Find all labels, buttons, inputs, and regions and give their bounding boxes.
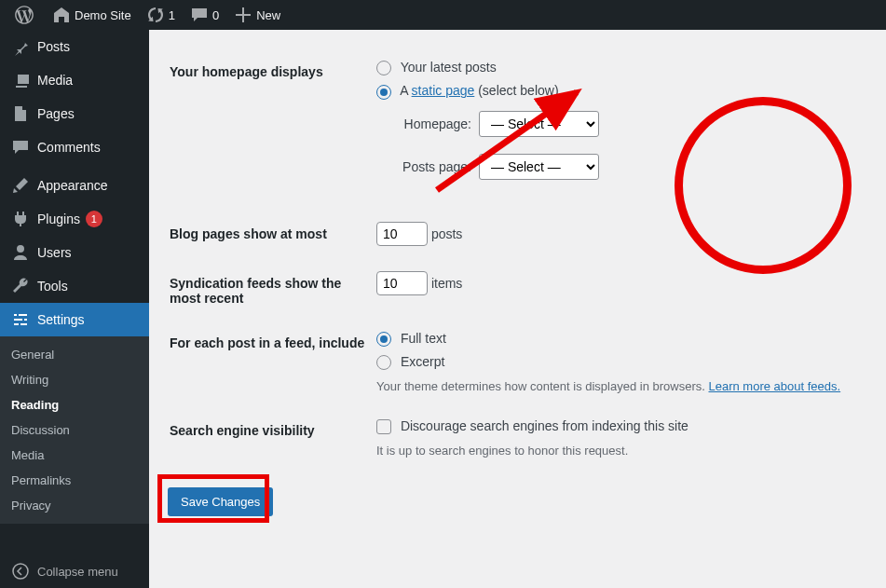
feed-full-option[interactable]: Full text — [376, 331, 866, 347]
submenu-privacy[interactable]: Privacy — [0, 493, 149, 518]
feed-excerpt-text: Excerpt — [401, 354, 444, 369]
syndication-label: Syndication feeds show the most recent — [170, 262, 375, 320]
comments-count-label: 0 — [212, 8, 219, 22]
svg-point-0 — [13, 564, 28, 579]
page-icon — [11, 104, 30, 123]
site-name-button[interactable]: Demo Site — [45, 0, 139, 30]
homepage-latest-text: Your latest posts — [401, 60, 497, 75]
feed-excerpt-radio[interactable] — [376, 355, 391, 370]
menu-label: Tools — [37, 279, 68, 294]
search-checkbox-text: Discourage search engines from indexing … — [401, 418, 688, 433]
menu-tools[interactable]: Tools — [0, 269, 149, 303]
search-discourage-option[interactable]: Discourage search engines from indexing … — [376, 418, 866, 434]
save-changes-button[interactable]: Save Changes — [168, 487, 273, 516]
new-label: New — [256, 8, 280, 22]
blog-pages-suffix: posts — [431, 226, 462, 241]
menu-settings[interactable]: Settings — [0, 303, 149, 336]
feed-full-text: Full text — [401, 331, 446, 346]
sliders-icon — [11, 310, 30, 329]
admin-bar: Demo Site 1 0 New — [0, 0, 886, 30]
submenu-reading[interactable]: Reading — [0, 392, 149, 417]
collapse-menu-button[interactable]: Collapse menu — [0, 554, 149, 588]
homepage-latest-radio[interactable] — [376, 61, 391, 75]
menu-users[interactable]: Users — [0, 236, 149, 269]
collapse-icon — [11, 562, 30, 581]
homepage-latest-option[interactable]: Your latest posts — [376, 60, 866, 75]
feed-excerpt-option[interactable]: Excerpt — [376, 354, 866, 370]
homepage-select-label: Homepage: — [397, 116, 471, 131]
plugins-update-badge: 1 — [86, 211, 102, 227]
syndication-input[interactable] — [376, 271, 428, 295]
homepage-static-radio[interactable] — [376, 85, 391, 100]
submenu-discussion[interactable]: Discussion — [0, 417, 149, 443]
plus-icon — [234, 6, 252, 24]
plugin-icon — [11, 210, 30, 228]
comment-icon — [190, 6, 209, 24]
brush-icon — [11, 176, 30, 195]
submenu-media[interactable]: Media — [0, 443, 149, 468]
homepage-static-suffix: (select below) — [474, 83, 558, 98]
menu-appearance[interactable]: Appearance — [0, 169, 149, 202]
blog-pages-input[interactable] — [376, 222, 428, 246]
wordpress-icon — [15, 6, 34, 24]
homepage-select[interactable]: — Select — — [479, 111, 599, 137]
collapse-label: Collapse menu — [37, 565, 118, 579]
site-title-label: Demo Site — [75, 8, 131, 22]
menu-label: Settings — [37, 312, 85, 327]
postspage-select[interactable]: — Select — — [479, 154, 599, 180]
menu-label: Media — [37, 73, 73, 88]
user-icon — [11, 243, 30, 262]
menu-label: Users — [37, 245, 72, 260]
menu-plugins[interactable]: Plugins 1 — [0, 202, 149, 236]
postspage-select-label: Posts page: — [397, 159, 471, 174]
menu-posts[interactable]: Posts — [0, 30, 149, 63]
search-visibility-label: Search engine visibility — [170, 409, 375, 472]
search-discourage-checkbox[interactable] — [376, 419, 391, 434]
updates-button[interactable]: 1 — [139, 0, 183, 30]
homepage-static-prefix: A — [400, 83, 411, 98]
settings-reading-content: Your homepage displays Your latest posts… — [149, 30, 886, 588]
blog-pages-label: Blog pages show at most — [170, 212, 375, 260]
menu-label: Posts — [37, 39, 70, 54]
menu-label: Pages — [37, 106, 75, 121]
menu-label: Plugins — [37, 212, 80, 226]
media-icon — [11, 71, 30, 89]
menu-label: Appearance — [37, 178, 108, 193]
admin-sidebar: Posts Media Pages Comments Appearance Pl… — [0, 30, 149, 588]
update-icon — [146, 6, 165, 24]
home-icon — [52, 6, 71, 24]
new-content-button[interactable]: New — [226, 0, 288, 30]
wp-logo-button[interactable] — [7, 0, 45, 30]
pin-icon — [11, 37, 30, 56]
static-page-link[interactable]: static page — [412, 83, 475, 98]
submenu-permalinks[interactable]: Permalinks — [0, 468, 149, 493]
menu-label: Comments — [37, 140, 101, 155]
submenu-writing[interactable]: Writing — [0, 367, 149, 392]
comments-button[interactable]: 0 — [183, 0, 226, 30]
wrench-icon — [11, 277, 30, 295]
updates-count-label: 1 — [169, 8, 175, 22]
comment-icon — [11, 138, 30, 157]
feed-learn-more-link[interactable]: Learn more about feeds. — [708, 379, 840, 393]
homepage-static-option[interactable]: A static page (select below) — [376, 83, 866, 99]
settings-submenu: General Writing Reading Discussion Media… — [0, 336, 149, 524]
feed-desc-text: Your theme determines how content is dis… — [376, 379, 708, 393]
menu-pages[interactable]: Pages — [0, 97, 149, 130]
submenu-general[interactable]: General — [0, 342, 149, 367]
menu-comments[interactable]: Comments — [0, 130, 149, 164]
search-desc-text: It is up to search engines to honor this… — [376, 444, 866, 458]
syndication-suffix: items — [431, 276, 462, 291]
homepage-displays-label: Your homepage displays — [170, 50, 375, 211]
feed-content-label: For each post in a feed, include — [170, 321, 375, 408]
menu-media[interactable]: Media — [0, 63, 149, 97]
feed-full-radio[interactable] — [376, 332, 391, 347]
